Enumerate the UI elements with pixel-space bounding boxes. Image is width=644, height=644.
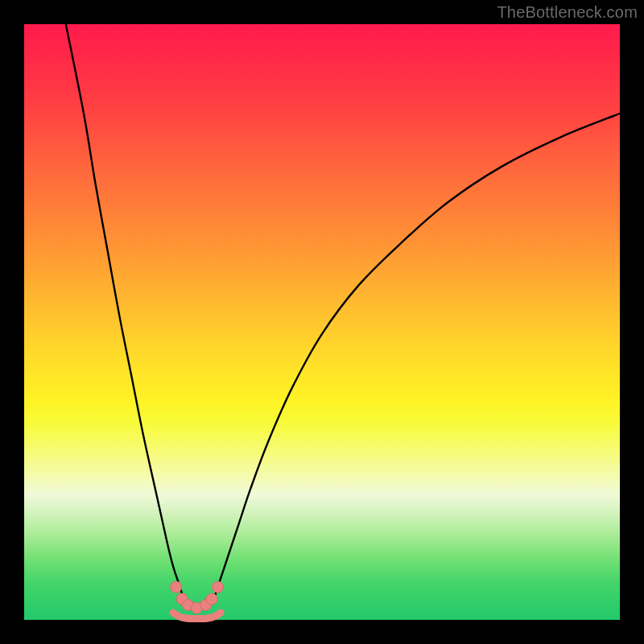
marker-dot [213,581,224,592]
plot-area [24,24,620,620]
watermark-text: TheBottleneck.com [497,3,638,22]
curve-layer [24,24,620,620]
marker-layer [171,581,224,613]
right-branch-curve [208,114,620,608]
marker-dot [171,581,182,592]
chart-stage: TheBottleneck.com [0,0,644,644]
left-branch-curve [66,24,191,608]
marker-dot [206,593,217,605]
